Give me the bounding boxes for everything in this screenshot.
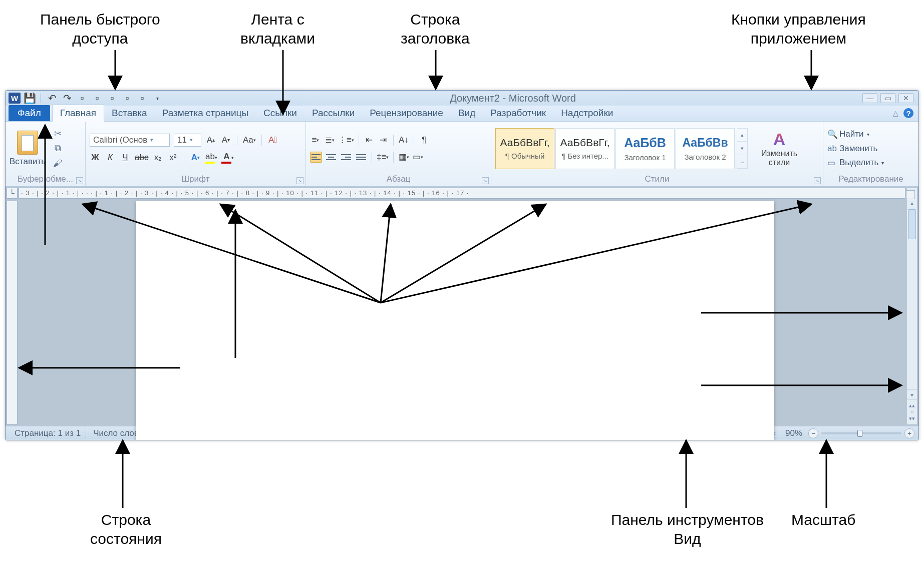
shrink-font-icon[interactable]: A▾ xyxy=(220,134,231,146)
styles-gallery: АаБбВвГг, ¶ Обычный АаБбВвГг, ¶ Без инте… xyxy=(495,128,748,169)
callout-zoom: Масштаб xyxy=(791,510,855,529)
document-page[interactable] xyxy=(136,201,774,440)
highlight-color-icon[interactable]: ab▾ xyxy=(205,152,217,164)
vertical-ruler[interactable] xyxy=(7,201,18,425)
find-icon: 🔍 xyxy=(827,129,836,140)
zoom-in-button[interactable]: + xyxy=(904,428,914,438)
previous-object-icon[interactable]: ▴▴ xyxy=(909,403,915,408)
zoom-level[interactable]: 90% xyxy=(781,428,806,438)
qat-undo-icon[interactable]: ↶ xyxy=(46,93,58,104)
show-marks-icon[interactable]: ¶ xyxy=(419,134,430,146)
clear-formatting-icon[interactable]: Aͯ xyxy=(267,134,278,146)
subscript-button[interactable]: x₂ xyxy=(152,152,163,164)
tab-mailings[interactable]: Рассылки xyxy=(304,105,362,121)
vertical-scrollbar: ▴ ▾ ▴▴ ○ ▾▾ xyxy=(906,188,917,425)
tab-insert[interactable]: Вставка xyxy=(104,105,155,121)
sort-icon[interactable]: A↓ xyxy=(398,134,409,146)
group-paragraph-label: Абзац ↘ xyxy=(310,173,487,185)
font-color-icon[interactable]: A▾ xyxy=(221,152,234,164)
qat-redo-icon[interactable]: ↷ xyxy=(61,93,73,104)
change-styles-button[interactable]: A Изменить стили xyxy=(757,130,802,167)
bold-button[interactable]: Ж xyxy=(90,152,101,164)
align-left-button[interactable] xyxy=(310,152,322,163)
text-effects-icon[interactable]: A▾ xyxy=(190,152,201,164)
tab-review[interactable]: Рецензирование xyxy=(362,105,451,121)
borders-icon[interactable]: ▭▾ xyxy=(412,151,423,163)
qat-save-icon[interactable]: 💾 xyxy=(24,93,36,104)
qat-customize-icon[interactable]: ▾ xyxy=(151,93,163,104)
collapse-ribbon-icon[interactable]: △ xyxy=(893,109,898,117)
align-justify-button[interactable] xyxy=(355,152,367,163)
next-object-icon[interactable]: ▾▾ xyxy=(909,416,915,421)
italic-button[interactable]: К xyxy=(105,152,116,164)
group-styles: АаБбВвГг, ¶ Обычный АаБбВвГг, ¶ Без инте… xyxy=(491,122,823,186)
strikethrough-button[interactable]: abc xyxy=(135,152,148,164)
ruler-toggle-icon[interactable] xyxy=(906,190,915,199)
replace-button[interactable]: abЗаменить xyxy=(827,144,884,154)
tab-developer[interactable]: Разработчик xyxy=(483,105,553,121)
change-styles-icon: A xyxy=(773,130,786,149)
font-size-combo[interactable]: 11▾ xyxy=(174,134,201,147)
change-case-icon[interactable]: Aa▾ xyxy=(243,134,256,146)
scroll-thumb[interactable] xyxy=(908,209,916,239)
zoom-out-button[interactable]: − xyxy=(808,428,818,438)
scroll-track[interactable] xyxy=(907,208,917,389)
help-icon[interactable]: ? xyxy=(903,108,913,118)
tab-stop-selector[interactable]: └ xyxy=(7,188,18,199)
style-normal[interactable]: АаБбВвГг, ¶ Обычный xyxy=(495,128,554,169)
paste-button[interactable]: Вставить xyxy=(10,131,46,167)
shading-icon[interactable]: ▦▾ xyxy=(398,151,409,163)
bullets-icon[interactable]: ≡▾ xyxy=(310,134,321,146)
paragraph-dialog-launcher[interactable]: ↘ xyxy=(482,177,489,184)
styles-row-up-icon[interactable]: ▴ xyxy=(737,129,747,142)
tab-page-layout[interactable]: Разметка страницы xyxy=(155,105,256,121)
multilevel-list-icon[interactable]: ⋮≡▾ xyxy=(338,134,354,146)
increase-indent-icon[interactable]: ⇥ xyxy=(378,134,389,146)
tab-view[interactable]: Вид xyxy=(451,105,483,121)
qat-btn-5[interactable]: ▫ xyxy=(136,93,148,104)
superscript-button[interactable]: x² xyxy=(167,152,178,164)
zoom-track[interactable] xyxy=(821,432,901,434)
qat-btn-4[interactable]: ▫ xyxy=(121,93,133,104)
status-page[interactable]: Страница: 1 из 1 xyxy=(10,426,86,440)
maximize-button[interactable]: ▭ xyxy=(880,93,895,103)
tab-references[interactable]: Ссылки xyxy=(256,105,304,121)
font-name-combo[interactable]: Calibri (Основ▾ xyxy=(90,134,170,147)
qat-btn-1[interactable]: ▫ xyxy=(76,93,88,104)
decrease-indent-icon[interactable]: ⇤ xyxy=(364,134,375,146)
copy-icon[interactable]: ⧉ xyxy=(53,144,63,154)
line-spacing-icon[interactable]: ‡≡▾ xyxy=(377,151,389,163)
underline-button[interactable]: Ч xyxy=(120,152,131,164)
group-font: Calibri (Основ▾ 11▾ A▴ A▾ Aa▾ Aͯ Ж К Ч a… xyxy=(86,122,306,186)
horizontal-ruler[interactable]: · 3 · | · 2 · | · 1 · | · · · | · 1 · | … xyxy=(19,188,905,199)
cut-icon[interactable]: ✂ xyxy=(53,129,63,139)
scroll-down-icon[interactable]: ▾ xyxy=(907,389,917,399)
close-button[interactable]: ✕ xyxy=(898,93,913,103)
select-button[interactable]: ▭Выделить ▾ xyxy=(827,158,884,168)
qat-btn-3[interactable]: ▫ xyxy=(106,93,118,104)
style-heading-2[interactable]: АаБбВв Заголовок 2 xyxy=(676,128,735,169)
clipboard-dialog-launcher[interactable]: ↘ xyxy=(76,177,83,184)
zoom-handle[interactable] xyxy=(857,430,862,437)
find-button[interactable]: 🔍Найти ▾ xyxy=(827,129,884,140)
styles-dialog-launcher[interactable]: ↘ xyxy=(814,177,821,184)
style-no-spacing[interactable]: АаБбВвГг, ¶ Без интер... xyxy=(555,128,614,169)
minimize-button[interactable]: — xyxy=(862,93,877,103)
select-browse-object-icon[interactable]: ○ xyxy=(910,409,914,415)
tab-home[interactable]: Главная xyxy=(52,105,104,122)
styles-row-down-icon[interactable]: ▾ xyxy=(737,142,747,155)
align-right-button[interactable] xyxy=(340,152,352,163)
align-center-button[interactable] xyxy=(325,152,337,163)
scroll-up-icon[interactable]: ▴ xyxy=(907,198,917,208)
grow-font-icon[interactable]: A▴ xyxy=(205,134,216,146)
style-heading-1[interactable]: АаБбВ Заголовок 1 xyxy=(615,128,675,169)
qat-btn-2[interactable]: ▫ xyxy=(91,93,103,104)
word-app-icon[interactable]: W xyxy=(9,93,21,104)
format-painter-icon[interactable]: 🖌 xyxy=(53,159,63,169)
font-dialog-launcher[interactable]: ↘ xyxy=(296,177,303,184)
tab-file[interactable]: Файл xyxy=(9,105,50,121)
numbering-icon[interactable]: ≣▾ xyxy=(324,134,335,146)
styles-expand-icon[interactable]: ⌄ xyxy=(737,155,747,169)
tab-addins[interactable]: Надстройки xyxy=(553,105,621,121)
group-clipboard: Вставить ✂ ⧉ 🖌 Буфер обме... ↘ xyxy=(6,122,86,186)
